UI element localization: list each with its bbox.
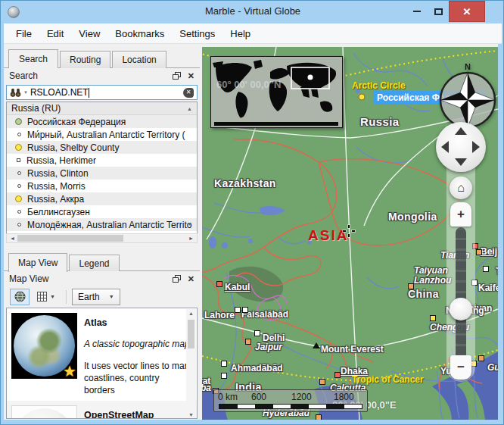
minus-icon: − [457, 360, 465, 375]
search-result-row[interactable]: Российская Федерация [7, 115, 197, 128]
tab-legend[interactable]: Legend [69, 255, 119, 272]
close-panel-icon[interactable]: ✕ [188, 275, 194, 283]
pan-up-icon[interactable] [455, 127, 467, 135]
scroll-down-icon[interactable]: ▼ [187, 221, 192, 227]
scroll-right-icon[interactable]: ► [188, 236, 194, 241]
minimize-icon [413, 11, 421, 12]
place-marker [316, 414, 322, 420]
place-marker [483, 266, 489, 272]
clear-search-icon[interactable]: ✕ [183, 88, 194, 98]
map-label: Kaife [478, 283, 498, 293]
close-button[interactable]: ✕ [449, 1, 485, 22]
map-label: Ahmadābād [231, 363, 283, 373]
place-marker [476, 249, 482, 255]
home-icon: ⌂ [457, 181, 465, 195]
map-theme-openstreetmap[interactable]: OpenStreetMap A global roadmap created [7, 401, 197, 419]
place-marker [408, 283, 414, 289]
map-theme-list: ★ Atlas A classic topographic map. It us… [6, 308, 198, 419]
search-result-row[interactable]: Russia, Clinton [7, 167, 197, 180]
overview-map[interactable] [210, 56, 343, 128]
home-button[interactable]: ⌂ [450, 177, 472, 199]
place-marker [359, 94, 366, 101]
search-result-row[interactable]: Ми́рный, Australian Antarctic Territory … [7, 128, 197, 141]
result-label: Ми́рный, Australian Antarctic Territory … [27, 130, 185, 140]
map-canvas[interactable]: Arctic CircleRussiaKazakhstanMongoliaASI… [202, 47, 498, 420]
maximize-button[interactable] [428, 1, 449, 22]
place-marker [430, 315, 436, 321]
search-history-caret-icon[interactable]: ▼ [23, 90, 28, 95]
celestial-body-select[interactable]: Earth ▼ [72, 289, 120, 305]
vscroll-thumb[interactable] [188, 320, 194, 348]
float-panel-icon[interactable] [173, 72, 181, 80]
search-result-row[interactable]: Молодёжная, Australian Antarctic Territo [7, 218, 197, 231]
chevron-down-icon: ▼ [109, 294, 114, 299]
world-silhouette [211, 57, 342, 127]
pan-right-icon[interactable] [472, 141, 480, 153]
place-marker [235, 307, 241, 313]
scroll-up-icon[interactable]: ▲ [187, 106, 192, 111]
map-theme-atlas[interactable]: ★ Atlas A classic topographic map. It us… [7, 308, 197, 401]
app-window: Marble - Virtual Globe ✕ File Edit View … [0, 0, 504, 425]
search-result-row[interactable]: Беллинсгаузен [7, 205, 197, 218]
globe-projection-icon [14, 291, 26, 302]
place-marker [319, 379, 325, 385]
osm-thumbnail [11, 405, 77, 419]
search-input[interactable]: ▼ RSLOAD.NET ✕ [6, 85, 198, 100]
menu-edit[interactable]: Edit [39, 28, 71, 39]
zoom-slider-knob[interactable] [450, 298, 472, 320]
search-input-value: RSLOAD.NET [30, 87, 181, 98]
placemark-icon [17, 133, 21, 136]
title-bar[interactable]: Marble - Virtual Globe ✕ [1, 1, 504, 23]
compass-rose[interactable]: N [436, 61, 498, 132]
minimize-button[interactable] [406, 1, 428, 22]
text-cursor [89, 88, 89, 98]
menu-view[interactable]: View [71, 28, 107, 39]
map-label: Faisalābād [241, 309, 288, 320]
place-marker [216, 281, 222, 287]
projection-globe-button[interactable] [10, 289, 30, 305]
zoom-out-button[interactable]: − [450, 355, 471, 380]
scroll-left-icon[interactable]: ◄ [10, 236, 15, 241]
results-group-header[interactable]: Russia (RU) [7, 102, 197, 115]
map-label: Beij [481, 246, 497, 257]
horizontal-scrollbar[interactable]: ◄ ► [6, 233, 198, 243]
result-label: Беллинсгаузен [27, 207, 90, 217]
tab-routing[interactable]: Routing [60, 51, 110, 68]
pan-dpad[interactable] [436, 122, 486, 172]
close-panel-icon[interactable]: ✕ [188, 72, 194, 80]
scale-rule [219, 404, 362, 409]
scroll-down-icon[interactable]: ▼ [188, 412, 194, 417]
hscroll-thumb[interactable] [17, 235, 123, 242]
menu-bookmarks[interactable]: Bookmarks [107, 28, 172, 39]
vertical-scrollbar[interactable]: ▲ ▼ [186, 309, 196, 419]
map-theme-desc-line: coastlines, country borders [84, 372, 192, 396]
placemark-icon [15, 118, 22, 125]
zoom-in-button[interactable]: + [450, 202, 471, 227]
projection-grid-button[interactable]: ▼ [32, 289, 61, 305]
tab-search[interactable]: Search [8, 49, 58, 68]
scale-bar: 0 km60012001800 [213, 389, 368, 412]
search-result-row[interactable]: Russia, Shelby County [7, 141, 197, 154]
menu-bar: File Edit View Bookmarks Settings Help [4, 23, 502, 44]
place-marker [478, 355, 484, 361]
close-icon: ✕ [463, 6, 471, 17]
scroll-up-icon[interactable]: ▲ [188, 311, 194, 316]
search-result-row[interactable]: Russia, Аккра [7, 192, 197, 205]
menu-settings[interactable]: Settings [172, 28, 222, 39]
mapview-toolbar: ▼ Earth ▼ [4, 286, 200, 307]
chevron-down-icon: ▼ [50, 294, 55, 299]
favorite-star-icon: ★ [63, 362, 76, 380]
search-result-row[interactable]: Russia, Morris [7, 180, 197, 192]
place-marker [334, 372, 341, 378]
map-label: Mongolia [388, 211, 437, 223]
map-label: Mount Everest [321, 344, 384, 355]
scale-labels: 0 km60012001800 [218, 392, 365, 402]
search-result-row[interactable]: Russia, Herkimer [7, 154, 197, 167]
menu-help[interactable]: Help [222, 28, 258, 39]
pan-down-icon[interactable] [455, 158, 467, 166]
pan-left-icon[interactable] [441, 141, 449, 153]
tab-map-view[interactable]: Map View [8, 253, 67, 272]
float-panel-icon[interactable] [173, 275, 181, 283]
menu-file[interactable]: File [8, 28, 39, 39]
tab-location[interactable]: Location [112, 51, 166, 68]
